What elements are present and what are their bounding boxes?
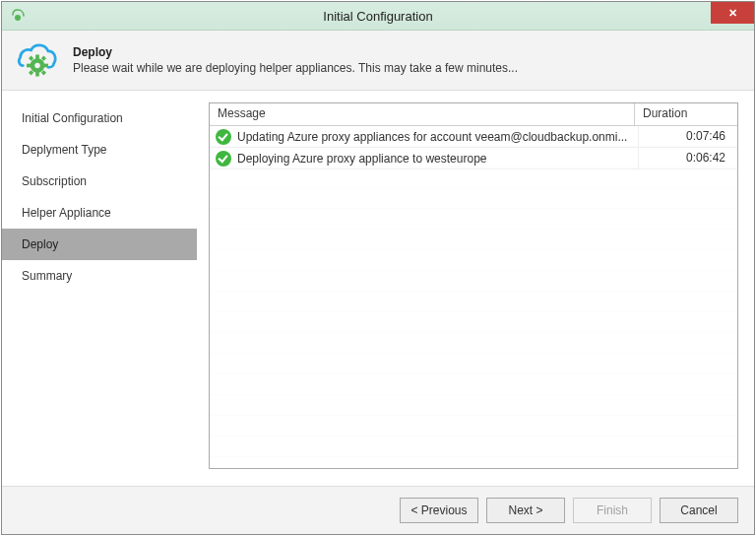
previous-button[interactable]: < Previous [400,498,478,523]
wizard-footer: < Previous Next > Finish Cancel [2,486,754,534]
step-initial-configuration[interactable]: Initial Configuration [2,102,197,134]
close-button[interactable] [711,2,754,24]
table-header: Message Duration [210,103,737,126]
step-deployment-type[interactable]: Deplyment Type [2,134,197,166]
svg-rect-4 [27,64,32,68]
progress-table: Message Duration Updating Azure proxy ap… [209,102,738,469]
titlebar: Initial Configuration [2,2,754,31]
column-header-message[interactable]: Message [210,103,635,125]
svg-rect-3 [35,72,39,77]
deploy-icon [16,38,59,82]
column-header-duration[interactable]: Duration [635,103,737,125]
svg-point-10 [34,63,40,69]
success-icon [216,129,231,145]
step-subscription[interactable]: Subscription [2,166,197,197]
cell-duration: 0:06:42 [638,148,737,168]
wizard-steps-sidebar: Initial Configuration Deplyment Type Sub… [2,91,197,485]
page-subtitle: Please wait while we are deploying helpe… [73,61,518,75]
next-button[interactable]: Next > [486,498,565,523]
wizard-window: Initial Configuration Deploy Pleas [1,1,755,535]
table-row[interactable]: Updating Azure proxy appliances for acco… [210,126,737,148]
svg-rect-2 [35,55,39,60]
page-title: Deploy [73,45,518,59]
svg-rect-5 [43,64,48,68]
cell-message: Updating Azure proxy appliances for acco… [237,130,638,144]
window-title: Initial Configuration [2,9,754,24]
cell-duration: 0:07:46 [638,126,737,147]
step-helper-appliance[interactable]: Helper Appliance [2,197,197,229]
step-deploy[interactable]: Deploy [2,229,197,260]
table-row[interactable]: Deploying Azure proxy appliance to weste… [210,148,737,169]
cell-message: Deploying Azure proxy appliance to weste… [237,152,638,166]
success-icon [216,151,231,167]
header-band: Deploy Please wait while we are deployin… [2,31,754,91]
finish-button: Finish [573,498,652,523]
main-panel: Message Duration Updating Azure proxy ap… [197,91,754,485]
table-body: Updating Azure proxy appliances for acco… [210,126,737,468]
cancel-button[interactable]: Cancel [660,498,738,523]
step-summary[interactable]: Summary [2,260,197,292]
